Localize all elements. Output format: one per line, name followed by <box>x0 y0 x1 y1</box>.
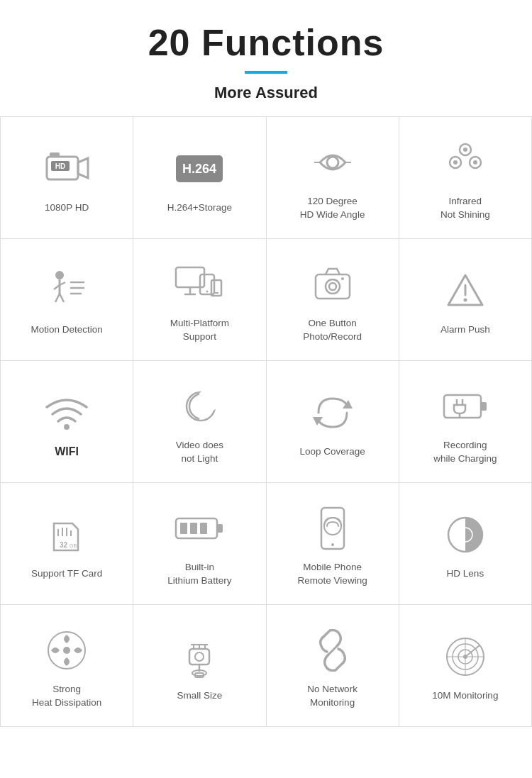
svg-rect-2 <box>50 152 60 157</box>
icon-heat <box>41 625 92 676</box>
page-subtitle: More Assured <box>14 84 518 102</box>
svg-marker-1 <box>78 158 88 178</box>
svg-text:H.264: H.264 <box>182 162 216 176</box>
svg-point-34 <box>329 283 336 290</box>
cell-h264: H.264 H.264+Storage <box>133 117 266 239</box>
icon-small-size <box>174 631 225 682</box>
svg-point-13 <box>473 160 477 165</box>
label-multi-platform: Multi-PlatformSupport <box>170 317 229 344</box>
label-heat: StrongHeat Dissipation <box>32 683 101 710</box>
icon-loop <box>307 387 358 438</box>
cell-wifi: WIFI <box>1 361 133 483</box>
cell-recording-charging: Recordingwhile Charging <box>399 361 532 483</box>
label-one-button: One ButtonPhoto/Record <box>303 317 362 344</box>
svg-point-68 <box>195 652 204 661</box>
svg-point-66 <box>63 647 70 654</box>
cell-motion: Motion Detection <box>1 239 133 361</box>
svg-line-20 <box>55 294 60 302</box>
label-tf-card: Support TF Card <box>31 567 102 581</box>
svg-rect-32 <box>316 274 350 299</box>
svg-rect-67 <box>189 649 209 665</box>
label-battery: Built-inLithium Battery <box>167 561 231 588</box>
page-header: 20 Functions More Assured <box>0 0 532 116</box>
label-video-no-light: Video doesnot Light <box>176 439 223 466</box>
cell-small-size: Small Size <box>133 605 266 727</box>
icon-alarm <box>440 265 491 316</box>
label-loop: Loop Coverage <box>299 445 365 459</box>
icon-video-no-light <box>174 381 225 432</box>
cell-heat: StrongHeat Dissipation <box>1 605 133 727</box>
svg-rect-44 <box>481 402 487 411</box>
label-motion: Motion Detection <box>31 323 102 337</box>
icon-mobile-remote <box>307 503 358 554</box>
svg-point-15 <box>463 148 467 152</box>
cell-infrared: InfraredNot Shining <box>399 117 532 239</box>
label-hd-lens: HD Lens <box>447 567 484 581</box>
header-divider <box>245 71 287 74</box>
icon-tf-card: 32 GB <box>41 509 92 560</box>
cell-one-button: One ButtonPhoto/Record <box>267 239 399 361</box>
label-h264: H.264+Storage <box>167 201 232 215</box>
svg-rect-57 <box>180 523 187 534</box>
icon-10m-monitoring <box>440 631 491 682</box>
icon-no-network <box>307 625 358 676</box>
cell-alarm: Alarm Push <box>399 239 532 361</box>
svg-point-38 <box>64 424 70 430</box>
icon-recording-charging <box>440 381 491 432</box>
label-1080p-hd: 1080P HD <box>45 201 89 215</box>
svg-text:GB: GB <box>70 543 77 548</box>
svg-point-16 <box>55 271 64 279</box>
cell-battery: Built-inLithium Battery <box>133 483 266 605</box>
svg-point-40 <box>196 389 219 412</box>
icon-battery <box>174 503 225 554</box>
cell-video-no-light: Video doesnot Light <box>133 361 266 483</box>
svg-rect-59 <box>200 523 207 534</box>
cell-mobile-remote: Mobile PhoneRemote Viewing <box>267 483 399 605</box>
page-title: 20 Functions <box>14 21 518 64</box>
svg-point-33 <box>326 279 340 294</box>
label-wifi: WIFI <box>55 444 79 460</box>
svg-line-76 <box>327 645 338 656</box>
svg-rect-58 <box>190 523 197 534</box>
features-grid: HD 1080P HD H.264 H.264+Storage 120 Degr… <box>0 116 532 727</box>
svg-point-37 <box>463 299 467 302</box>
svg-point-11 <box>453 160 458 165</box>
label-infrared: InfraredNot Shining <box>440 195 490 222</box>
label-mobile-remote: Mobile PhoneRemote Viewing <box>298 561 367 588</box>
svg-rect-56 <box>217 524 223 533</box>
cell-1080p-hd: HD 1080P HD <box>1 117 133 239</box>
label-small-size: Small Size <box>177 689 222 703</box>
svg-point-7 <box>327 157 338 168</box>
label-10m-monitoring: 10M Monitoring <box>432 689 498 703</box>
svg-point-35 <box>341 277 344 280</box>
icon-hd-lens <box>440 509 491 560</box>
label-wide-angle: 120 DegreeHD Wide Angle <box>300 195 365 222</box>
cell-hd-lens: HD Lens <box>399 483 532 605</box>
cell-loop: Loop Coverage <box>267 361 399 483</box>
svg-text:32: 32 <box>60 541 68 549</box>
icon-motion <box>41 265 92 316</box>
svg-text:HD: HD <box>55 162 65 170</box>
label-alarm: Alarm Push <box>440 323 490 337</box>
icon-wifi <box>41 386 92 437</box>
icon-one-button <box>307 259 358 310</box>
icon-multi-platform <box>174 259 225 310</box>
cell-10m-monitoring: 10M Monitoring <box>399 605 532 727</box>
icon-1080p-hd: HD <box>41 143 92 194</box>
cell-tf-card: 32 GB Support TF Card <box>1 483 133 605</box>
label-no-network: No NetworkMonitoring <box>307 683 358 710</box>
icon-h264: H.264 <box>174 143 225 194</box>
icon-infrared <box>440 137 491 188</box>
icon-wide-angle <box>307 137 358 188</box>
cell-wide-angle: 120 DegreeHD Wide Angle <box>267 117 399 239</box>
label-recording-charging: Recordingwhile Charging <box>433 439 497 466</box>
svg-line-21 <box>60 294 64 302</box>
svg-rect-43 <box>444 395 481 418</box>
cell-multi-platform: Multi-PlatformSupport <box>133 239 266 361</box>
cell-no-network: No NetworkMonitoring <box>267 605 399 727</box>
